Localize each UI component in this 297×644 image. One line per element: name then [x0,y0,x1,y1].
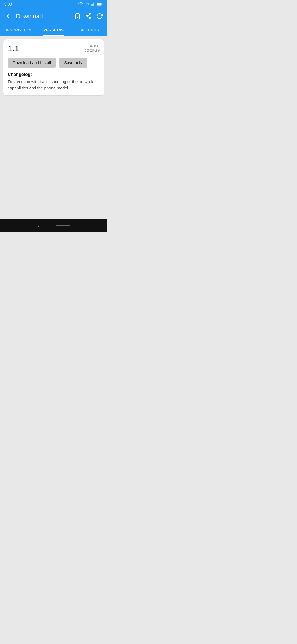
svg-line-12 [88,15,90,16]
version-actions: Download and Install Save only [8,58,100,68]
nav-back-button[interactable]: ‹ [38,223,39,228]
svg-rect-4 [95,2,95,6]
bookmark-button[interactable] [74,13,81,20]
svg-rect-6 [102,4,102,4]
svg-rect-2 [92,4,93,6]
tabs: DESCRIPTION VERSIONS SETTINGS [0,24,107,36]
navigation-bar: ‹ [0,219,107,232]
share-button[interactable] [85,13,92,20]
version-meta: STABLE 12/19/19 [85,44,100,53]
version-date: 12/19/19 [85,48,100,53]
version-channel: STABLE [85,44,100,48]
svg-point-0 [81,6,81,6]
status-bar: 9:00 LTE [0,0,107,8]
tab-settings[interactable]: SETTINGS [72,24,107,36]
changelog-text: First version with basic spoofing of the… [8,79,100,91]
download-install-button[interactable]: Download and Install [8,58,56,68]
svg-line-11 [88,17,90,18]
battery-icon [97,2,103,6]
version-card: 1.1 STABLE 12/19/19 Download and Install… [3,39,104,95]
svg-rect-3 [94,3,94,6]
changelog-section: Changelog: First version with basic spoo… [8,72,100,91]
signal-icon [91,2,95,6]
refresh-button[interactable] [96,13,103,20]
status-time: 9:00 [4,2,12,6]
back-button[interactable] [4,13,12,20]
version-header: 1.1 STABLE 12/19/19 [8,44,100,53]
svg-rect-7 [97,3,101,5]
app-bar-title: Download [16,13,70,20]
version-number: 1.1 [8,44,19,53]
lte-icon: LTE [85,3,90,6]
tab-versions[interactable]: VERSIONS [36,24,72,36]
tab-description[interactable]: DESCRIPTION [0,24,36,36]
status-icons: LTE [78,2,103,7]
wifi-icon [78,2,83,7]
content-area: 1.1 STABLE 12/19/19 Download and Install… [0,36,107,99]
app-bar-actions [74,13,103,20]
app-bar: Download [0,8,107,24]
nav-home-pill[interactable] [56,225,70,226]
changelog-title: Changelog: [8,72,100,77]
svg-rect-1 [91,4,92,6]
save-only-button[interactable]: Save only [59,58,87,68]
